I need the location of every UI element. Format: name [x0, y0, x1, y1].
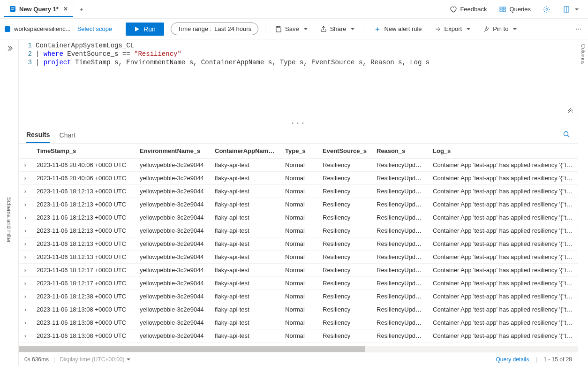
row-expand-icon[interactable]: › [19, 251, 32, 264]
col-type[interactable]: Type_s [280, 144, 318, 159]
table-row[interactable]: ›2023-11-06 18:13:08 +0000 UTCyellowpebb… [19, 316, 578, 329]
row-expand-icon[interactable]: › [19, 211, 32, 224]
cell-type: Normal [280, 316, 318, 329]
col-timestamp[interactable]: TimeStamp_s [32, 144, 135, 159]
results-search-icon[interactable] [563, 130, 570, 143]
cell-type: Normal [280, 211, 318, 224]
share-button[interactable]: Share [317, 23, 358, 35]
row-expand-icon[interactable]: › [19, 303, 32, 316]
cell-timestamp: 2023-11-06 18:12:17 +0000 UTC [32, 264, 135, 277]
panel-toggle-button[interactable] [560, 4, 581, 15]
book-icon [563, 6, 570, 13]
row-expand-icon[interactable]: › [19, 224, 32, 237]
table-row[interactable]: ›2023-11-06 18:12:13 +0000 UTCyellowpebb… [19, 185, 578, 198]
display-time-picker[interactable]: Display time (UTC+00:00) [60, 356, 130, 363]
export-icon [434, 25, 442, 33]
col-log[interactable]: Log_s [428, 144, 578, 159]
svg-rect-1 [11, 8, 15, 8]
cell-app: flaky-api-test [210, 185, 280, 198]
columns-rail[interactable]: Columns [578, 39, 588, 366]
row-expand-icon[interactable]: › [19, 329, 32, 343]
more-button[interactable]: ⋯ [573, 25, 584, 32]
cell-reason: ResiliencyUpdate [372, 329, 428, 343]
cell-reason: ResiliencyUpdate [372, 159, 428, 172]
row-expand-icon[interactable]: › [19, 185, 32, 198]
cell-log: Container App 'test-app' has applied res… [428, 264, 578, 277]
cell-timestamp: 2023-11-06 18:12:38 +0000 UTC [32, 290, 135, 303]
save-button[interactable]: Save [272, 23, 310, 35]
svg-rect-2 [11, 9, 14, 10]
cell-source: Resiliency [318, 211, 372, 224]
expand-rail-icon[interactable] [6, 45, 13, 53]
row-expand-icon[interactable]: › [19, 316, 32, 329]
tab-title: New Query 1* [19, 6, 59, 13]
time-range-picker[interactable]: Time range : Last 24 hours [171, 23, 258, 35]
line-gutter: 1 2 3 [19, 39, 36, 119]
row-expand-icon[interactable]: › [19, 237, 32, 251]
settings-button[interactable] [540, 4, 553, 15]
table-row[interactable]: ›2023-11-06 18:12:38 +0000 UTCyellowpebb… [19, 290, 578, 303]
cell-app: flaky-api-test [210, 329, 280, 343]
new-tab-button[interactable]: ＋ [75, 5, 88, 14]
table-row[interactable]: ›2023-11-06 18:13:08 +0000 UTCyellowpebb… [19, 303, 578, 316]
cell-env: yellowpebble-3c2e9044 [135, 316, 210, 329]
cell-app: flaky-api-test [210, 303, 280, 316]
row-expand-icon[interactable]: › [19, 277, 32, 290]
save-icon [275, 25, 282, 33]
workspace-picker[interactable]: workspaceresilienc... [4, 25, 71, 33]
table-row[interactable]: ›2023-11-06 18:12:17 +0000 UTCyellowpebb… [19, 277, 578, 290]
svg-rect-5 [500, 10, 502, 12]
row-expand-icon[interactable]: › [19, 172, 32, 185]
cell-reason: ResiliencyUpdate [372, 224, 428, 237]
table-row[interactable]: ›2023-11-06 18:12:13 +0000 UTCyellowpebb… [19, 198, 578, 211]
cell-app: flaky-api-test [210, 277, 280, 290]
cell-reason: ResiliencyUpdate [372, 316, 428, 329]
table-row[interactable]: ›2023-11-06 20:40:06 +0000 UTCyellowpebb… [19, 159, 578, 172]
row-expand-icon[interactable]: › [19, 264, 32, 277]
columns-rail-label[interactable]: Columns [580, 44, 586, 366]
tab-close-icon[interactable]: ✕ [63, 6, 68, 12]
row-expand-icon[interactable]: › [19, 159, 32, 172]
svg-point-7 [546, 8, 548, 10]
table-row[interactable]: ›2023-11-06 18:12:13 +0000 UTCyellowpebb… [19, 251, 578, 264]
horizontal-scrollbar[interactable] [19, 346, 578, 352]
col-source[interactable]: EventSource_s [318, 144, 372, 159]
export-button[interactable]: Export [431, 23, 474, 35]
table-row[interactable]: ›2023-11-06 18:13:08 +0000 UTCyellowpebb… [19, 329, 578, 343]
status-bar: 0s 636ms | Display time (UTC+00:00) Quer… [19, 352, 578, 366]
code-area[interactable]: ContainerAppSystemLogs_CL| where EventSo… [36, 39, 578, 119]
query-details-link[interactable]: Query details [496, 356, 529, 363]
pin-button[interactable]: Pin to [480, 23, 520, 35]
heart-icon [450, 6, 457, 13]
table-row[interactable]: ›2023-11-06 18:12:17 +0000 UTCyellowpebb… [19, 264, 578, 277]
collapse-editor-icon[interactable] [567, 107, 574, 115]
col-reason[interactable]: Reason_s [372, 144, 428, 159]
cell-env: yellowpebble-3c2e9044 [135, 198, 210, 211]
cell-log: Container App 'test-app' has applied res… [428, 237, 578, 251]
cell-reason: ResiliencyUpdate [372, 264, 428, 277]
results-table-wrap[interactable]: TimeStamp_s EnvironmentName_s ContainerA… [19, 144, 578, 346]
new-alert-button[interactable]: ＋ New alert rule [371, 23, 424, 34]
run-button[interactable]: Run [126, 23, 164, 36]
svg-point-12 [564, 132, 568, 136]
col-env[interactable]: EnvironmentName_s [135, 144, 210, 159]
query-editor[interactable]: 1 2 3 ContainerAppSystemLogs_CL| where E… [19, 39, 578, 119]
tab-active[interactable]: New Query 1* ✕ [4, 2, 73, 17]
row-expand-icon[interactable]: › [19, 198, 32, 211]
cell-type: Normal [280, 237, 318, 251]
cell-app: flaky-api-test [210, 251, 280, 264]
table-row[interactable]: ›2023-11-06 18:12:13 +0000 UTCyellowpebb… [19, 224, 578, 237]
splitter-handle[interactable]: • • • [19, 119, 578, 127]
row-expand-icon[interactable]: › [19, 290, 32, 303]
scrollbar-thumb[interactable] [19, 346, 365, 352]
queries-button[interactable]: Queries [496, 4, 534, 15]
feedback-button[interactable]: Feedback [447, 4, 490, 15]
table-row[interactable]: ›2023-11-06 18:12:13 +0000 UTCyellowpebb… [19, 237, 578, 251]
tab-chart[interactable]: Chart [60, 131, 75, 143]
select-scope-link[interactable]: Select scope [77, 25, 112, 32]
table-row[interactable]: ›2023-11-06 18:12:13 +0000 UTCyellowpebb… [19, 211, 578, 224]
cell-reason: ResiliencyUpdate [372, 277, 428, 290]
col-app[interactable]: ContainerAppName_s [210, 144, 280, 159]
tab-results[interactable]: Results [26, 131, 50, 143]
table-row[interactable]: ›2023-11-06 20:40:06 +0000 UTCyellowpebb… [19, 172, 578, 185]
